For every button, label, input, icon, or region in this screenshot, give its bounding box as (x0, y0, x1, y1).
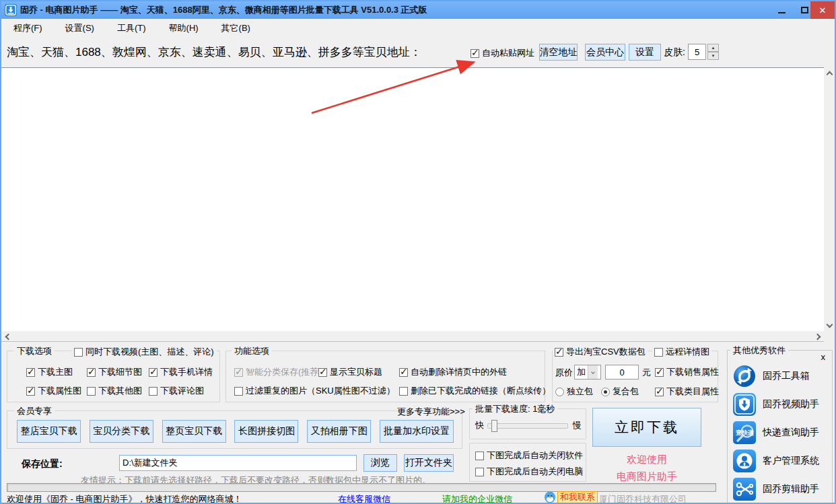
checkbox-smart-save: 智能分类保存(推荐) (234, 366, 322, 378)
window-title: 固乔 - 电商图片助手 —— 淘宝、天猫、1688阿里、京东、微商相册等图片批量… (20, 4, 427, 16)
spinner-up-icon[interactable]: ▲ (707, 44, 719, 52)
checkbox-download-mobile[interactable]: 下载手机详情 (149, 366, 213, 378)
speed-slider-thumb[interactable] (491, 420, 497, 432)
checkbox-export-csv[interactable]: 导出淘宝CSV数据包 (553, 346, 648, 358)
speed-slider-track[interactable] (487, 423, 568, 429)
download-now-button[interactable]: 立即下载 (592, 408, 701, 447)
other-software-panel: 其他优秀软件 x 固乔工具箱 固乔视频助手 (727, 350, 833, 503)
contact-me-link[interactable]: 和我联系 (557, 491, 598, 503)
crm-icon (733, 449, 756, 472)
skin-value[interactable]: 5 (688, 44, 706, 60)
menu-item-tools[interactable]: 工具(T) (110, 20, 153, 36)
checkbox-icon (87, 368, 96, 377)
checkbox-download-video[interactable]: 同时下载视频(主图、描述、评论) (72, 346, 216, 358)
radio-single-package[interactable]: 独立包 (555, 386, 593, 398)
menu-item-help[interactable]: 帮助(H) (162, 20, 205, 36)
radio-label: 复合包 (613, 386, 639, 398)
checkbox-label: 下图完成后自动关闭软件 (487, 449, 583, 462)
checkbox-remove-external-links[interactable]: 自动删除详情页中的外链 (399, 366, 507, 378)
titlebar: 固乔 - 电商图片助手 —— 淘宝、天猫、1688阿里、京东、微商相册等图片批量… (1, 1, 835, 19)
vip-buttons-row: 整店宝贝下载 宝贝分类下载 整页宝贝下载 长图拼接切图 又拍相册下图 批量加水印… (17, 420, 454, 443)
price-value-input[interactable] (605, 365, 639, 380)
price-unit-label: 元 (642, 367, 651, 379)
radio-combined-package[interactable]: 复合包 (601, 386, 639, 398)
software-item-crm[interactable]: 客户管理系统 (733, 449, 819, 473)
vip-button-yupoo-album[interactable]: 又拍相册下图 (307, 420, 371, 443)
checkbox-remove-finished-links[interactable]: 删除已下载完成的链接（断点续传） (399, 385, 551, 397)
spinner-down-icon[interactable]: ▼ (707, 52, 719, 60)
save-path-input[interactable] (119, 455, 357, 471)
welcome-text-line2: 电商图片助手 (592, 470, 701, 483)
software-item-label: 固乔工具箱 (763, 370, 810, 382)
vip-button-category[interactable]: 宝贝分类下载 (90, 420, 153, 443)
menu-bar: 程序(F) 设置(S) 工具(T) 帮助(H) 其它(B) (1, 19, 835, 38)
vip-button-long-image-split[interactable]: 长图拼接切图 (234, 420, 298, 443)
open-folder-button[interactable]: 打开文件夹 (404, 454, 454, 472)
checkbox-download-other[interactable]: 下载其他图 (87, 385, 142, 397)
app-icon (5, 4, 17, 16)
welcome-text-line1: 欢迎使用 (592, 454, 701, 466)
checkbox-shutdown-pc-after[interactable]: 下图完成后自动关闭电脑 (475, 466, 583, 478)
vertical-scrollbar[interactable] (824, 68, 835, 331)
checkbox-filter-duplicates[interactable]: 过滤重复的图片（SKU属性图不过滤） (234, 385, 395, 397)
vip-button-whole-store[interactable]: 整店宝贝下载 (17, 420, 81, 443)
url-input-area[interactable] (1, 67, 824, 331)
checkbox-download-main[interactable]: 下载主图 (26, 366, 73, 378)
checkbox-label: 显示宝贝标题 (330, 366, 382, 378)
video-helper-icon (733, 393, 756, 416)
checkbox-download-detail[interactable]: 下载细节图 (87, 366, 142, 378)
menu-item-program[interactable]: 程序(F) (7, 20, 49, 36)
checkbox-label: 删除已下载完成的链接（断点续传） (411, 385, 551, 397)
software-item-label: 客户管理系统 (763, 455, 819, 467)
checkbox-icon (471, 49, 479, 58)
auto-close-group: 下图完成后自动关闭软件 下图完成后自动关闭电脑 (469, 443, 586, 482)
checkbox-category-attr[interactable]: 下载类目属性 (655, 386, 719, 398)
chevron-down-icon (588, 365, 598, 379)
software-item-clip-helper[interactable]: 固乔剪辑助手 (733, 477, 819, 501)
browse-button[interactable]: 浏览 (363, 454, 397, 472)
checkbox-label: 过滤重复的图片（SKU属性图不过滤） (246, 385, 395, 397)
checkbox-sales-attr[interactable]: 下载销售属性 (655, 366, 719, 378)
checkbox-icon (234, 368, 243, 377)
clear-address-button[interactable]: 清空地址 (539, 44, 578, 61)
checkbox-icon (655, 388, 664, 396)
enterprise-wechat-link[interactable]: 请加我的企业微信 (442, 493, 512, 504)
checkbox-download-comment[interactable]: 下载评论图 (149, 385, 204, 397)
qq-icon (544, 491, 556, 503)
menu-item-settings[interactable]: 设置(S) (59, 20, 101, 36)
panel-close-icon[interactable]: x (821, 352, 826, 362)
panel-title: 其他优秀软件 (730, 345, 788, 355)
vip-button-watermark-settings[interactable]: 批量加水印设置 (380, 420, 454, 443)
scroll-down-icon[interactable] (824, 319, 835, 330)
checkbox-close-app-after[interactable]: 下图完成后自动关闭软件 (475, 449, 583, 462)
close-button[interactable]: ✕ (810, 1, 835, 19)
settings-button[interactable]: 设置 (629, 44, 661, 61)
menu-item-others[interactable]: 其它(B) (215, 20, 257, 36)
member-center-button[interactable]: 会员中心 (585, 44, 625, 61)
scroll-right-icon[interactable] (812, 331, 823, 342)
price-mode-select[interactable]: 加 (574, 365, 601, 380)
online-service-link[interactable]: 在线客服微信 (338, 493, 390, 504)
minimize-icon (778, 12, 786, 13)
clip-helper-icon (733, 478, 756, 501)
software-item-label: 快递查询助手 (763, 427, 819, 439)
company-name: 厦门固乔科技有限公司 (599, 493, 687, 504)
checkbox-download-attr[interactable]: 下载属性图 (26, 385, 81, 397)
minimize-button[interactable] (771, 1, 792, 19)
horizontal-scrollbar[interactable] (1, 331, 824, 342)
group-title: 下载选项 (14, 346, 55, 356)
auto-paste-checkbox[interactable]: 自动粘贴网址 (471, 47, 534, 59)
download-options-group: 下载选项 同时下载视频(主图、描述、评论) 下载主图 下载细节图 下载手机详情 … (7, 351, 220, 402)
software-item-toolbox[interactable]: 固乔工具箱 (733, 364, 810, 388)
more-vip-features-link[interactable]: 更多专享功能>>> (397, 406, 465, 418)
checkbox-remote-detail[interactable]: 远程详情图 (652, 346, 711, 358)
scroll-up-icon[interactable] (824, 69, 835, 79)
software-item-video-helper[interactable]: 固乔视频助手 (733, 392, 819, 417)
checkbox-label: 下图完成后自动关闭电脑 (487, 466, 583, 478)
checkbox-show-title[interactable]: 显示宝贝标题 (318, 366, 382, 378)
vip-button-whole-page[interactable]: 整页宝贝下载 (162, 420, 226, 443)
software-item-express-query[interactable]: 查快递 快递查询助手 (733, 421, 819, 445)
scroll-left-icon[interactable] (3, 331, 13, 342)
skin-spinner: ▲ ▼ (707, 44, 719, 60)
express-query-icon: 查快递 (733, 421, 756, 444)
